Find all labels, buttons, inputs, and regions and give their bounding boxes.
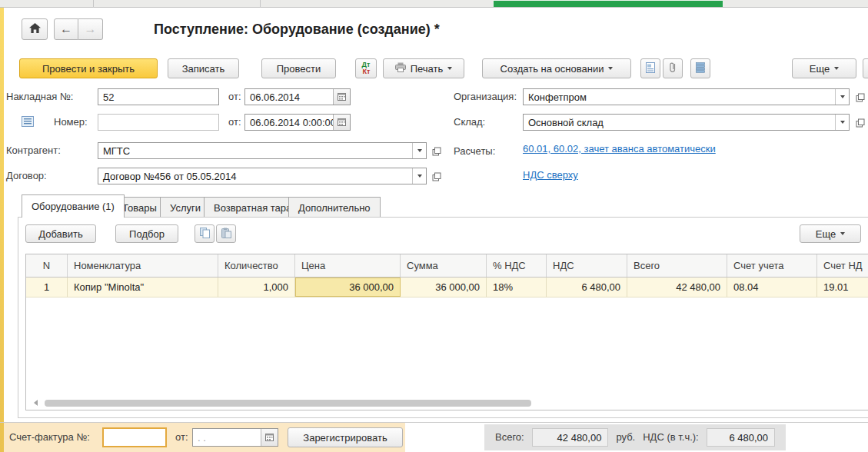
column-header-vat[interactable]: НДС bbox=[547, 254, 627, 277]
chevron-down-icon bbox=[417, 174, 422, 178]
cell-price-selected[interactable]: 36 000,00 bbox=[295, 278, 401, 297]
register-records-button[interactable] bbox=[690, 58, 710, 78]
column-header-n[interactable]: N bbox=[26, 254, 68, 277]
document-journal-icon[interactable] bbox=[22, 116, 34, 129]
counterparty-value: МГТС bbox=[98, 145, 412, 157]
create-based-on-label: Создать на основании bbox=[501, 63, 604, 75]
counterparty-combo[interactable]: МГТС bbox=[98, 142, 427, 159]
tab-label: Возвратная тара bbox=[214, 202, 291, 214]
counterparty-open-button[interactable] bbox=[431, 145, 442, 157]
tab-label: Дополнительно bbox=[298, 202, 371, 214]
organization-value: Конфетпром bbox=[524, 91, 835, 103]
grid-more-button[interactable]: Еще bbox=[800, 224, 861, 243]
document-date-field[interactable]: 06.06.2014 0:00:00 bbox=[244, 114, 351, 131]
document-number-input[interactable] bbox=[98, 114, 219, 131]
post-label: Провести bbox=[277, 63, 321, 75]
clipped-toolbar-button[interactable] bbox=[863, 58, 868, 78]
tab-additional[interactable]: Дополнительно bbox=[288, 197, 381, 218]
warehouse-open-button[interactable] bbox=[854, 117, 866, 128]
back-button[interactable]: ← bbox=[54, 18, 78, 40]
cell-vat-account[interactable]: 19.01 bbox=[817, 278, 868, 297]
cell-vat-rate[interactable]: 18% bbox=[487, 278, 547, 297]
cell-account[interactable]: 08.04 bbox=[727, 278, 817, 297]
cell-sum[interactable]: 36 000,00 bbox=[401, 278, 487, 297]
forward-button[interactable]: → bbox=[78, 18, 103, 40]
back-arrow-icon: ← bbox=[60, 23, 72, 35]
scroll-left-arrow-icon[interactable] bbox=[34, 400, 38, 406]
write-button[interactable]: Записать bbox=[168, 58, 239, 78]
attachments-button[interactable] bbox=[663, 58, 683, 78]
create-based-on-button[interactable]: Создать на основании bbox=[482, 58, 631, 78]
delivery-note-number-input[interactable] bbox=[98, 88, 219, 105]
warehouse-combo[interactable]: Основной склад bbox=[523, 114, 850, 131]
dropdown-button[interactable] bbox=[835, 89, 849, 105]
document-date-value: 06.06.2014 0:00:00 bbox=[245, 117, 333, 128]
reports-button[interactable] bbox=[640, 58, 660, 78]
column-header-qty[interactable]: Количество bbox=[218, 254, 295, 277]
column-header-vat-rate[interactable]: % НДС bbox=[487, 254, 547, 277]
home-button[interactable] bbox=[22, 18, 48, 40]
post-and-close-button[interactable]: Провести и закрыть bbox=[19, 58, 158, 78]
column-header-sum[interactable]: Сумма bbox=[401, 254, 487, 277]
delivery-note-label: Накладная №: bbox=[6, 88, 73, 105]
column-header-total[interactable]: Всего bbox=[627, 254, 727, 277]
window-tabs-strip[interactable] bbox=[0, 0, 868, 8]
calendar-button[interactable] bbox=[333, 115, 350, 130]
page-title: Поступление: Оборудование (создание) * bbox=[154, 22, 440, 38]
column-header-vat-account[interactable]: Счет НД bbox=[817, 254, 868, 277]
register-invoice-button[interactable]: Зарегистрировать bbox=[288, 427, 403, 447]
contract-open-button[interactable] bbox=[431, 171, 442, 182]
open-in-form-icon bbox=[432, 172, 441, 181]
items-table: N Номенклатура Количество Цена Сумма % Н… bbox=[25, 254, 868, 410]
currency-label: руб. bbox=[616, 429, 635, 446]
warehouse-label: Склад: bbox=[454, 114, 485, 131]
chevron-down-icon bbox=[840, 121, 845, 124]
print-button[interactable]: Печать bbox=[383, 58, 464, 78]
cell-n[interactable]: 1 bbox=[26, 278, 68, 297]
column-header-account[interactable]: Счет учета bbox=[727, 254, 817, 277]
column-header-item[interactable]: Номенклатура bbox=[68, 254, 218, 277]
copy-rows-button[interactable] bbox=[195, 224, 215, 243]
active-window-tab[interactable] bbox=[493, 0, 723, 7]
post-button[interactable]: Провести bbox=[261, 58, 336, 78]
more-button[interactable]: Еще bbox=[792, 58, 856, 78]
contract-combo[interactable]: Договор №456 от 05.05.2014 bbox=[98, 168, 427, 184]
table-row[interactable]: 1 Копир "Minolta" 1,000 36 000,00 36 000… bbox=[26, 278, 868, 297]
dropdown-button[interactable] bbox=[412, 168, 426, 184]
invoice-factura-number-input[interactable] bbox=[102, 427, 167, 447]
cell-item[interactable]: Копир "Minolta" bbox=[68, 278, 218, 297]
organization-open-button[interactable] bbox=[854, 91, 866, 103]
paperclip-icon bbox=[669, 61, 677, 75]
tab-returnable-packaging[interactable]: Возвратная тара bbox=[204, 197, 301, 218]
tab-equipment[interactable]: Оборудование (1) bbox=[22, 194, 125, 218]
pick-items-button[interactable]: Подбор bbox=[115, 224, 178, 243]
cell-total[interactable]: 42 480,00 bbox=[627, 278, 727, 297]
calendar-button[interactable] bbox=[261, 429, 278, 446]
paste-rows-button[interactable] bbox=[216, 224, 236, 243]
calendar-button[interactable] bbox=[333, 89, 350, 105]
total-label: Всего: bbox=[495, 429, 524, 446]
invoice-factura-date-field[interactable]: . . bbox=[192, 428, 278, 447]
chevron-down-icon bbox=[840, 95, 845, 98]
column-header-price[interactable]: Цена bbox=[295, 254, 401, 277]
delivery-note-date-field[interactable]: 06.06.2014 bbox=[244, 88, 351, 105]
tab-separator bbox=[260, 0, 261, 8]
horizontal-scrollbar[interactable] bbox=[45, 400, 531, 407]
invoice-factura-number-value[interactable] bbox=[104, 429, 165, 446]
warehouse-value: Основной склад bbox=[524, 117, 835, 128]
cell-vat[interactable]: 6 480,00 bbox=[547, 278, 627, 297]
settlements-link[interactable]: 60.01, 60.02, зачет аванса автоматически bbox=[523, 143, 716, 155]
add-row-label: Добавить bbox=[38, 228, 82, 240]
open-in-form-icon bbox=[432, 147, 441, 156]
dropdown-button[interactable] bbox=[835, 115, 849, 130]
calendar-icon bbox=[265, 434, 274, 441]
add-row-button[interactable]: Добавить bbox=[25, 224, 96, 243]
cell-qty[interactable]: 1,000 bbox=[218, 278, 295, 297]
vat-mode-link[interactable]: НДС сверху bbox=[523, 169, 578, 181]
tab-label: Услуги bbox=[170, 202, 201, 214]
post-and-close-label: Провести и закрыть bbox=[42, 63, 135, 75]
dropdown-button[interactable] bbox=[412, 143, 426, 158]
show-postings-button[interactable]: ДтКт bbox=[355, 58, 377, 78]
organization-combo[interactable]: Конфетпром bbox=[523, 88, 850, 105]
copy-icon bbox=[200, 228, 210, 241]
